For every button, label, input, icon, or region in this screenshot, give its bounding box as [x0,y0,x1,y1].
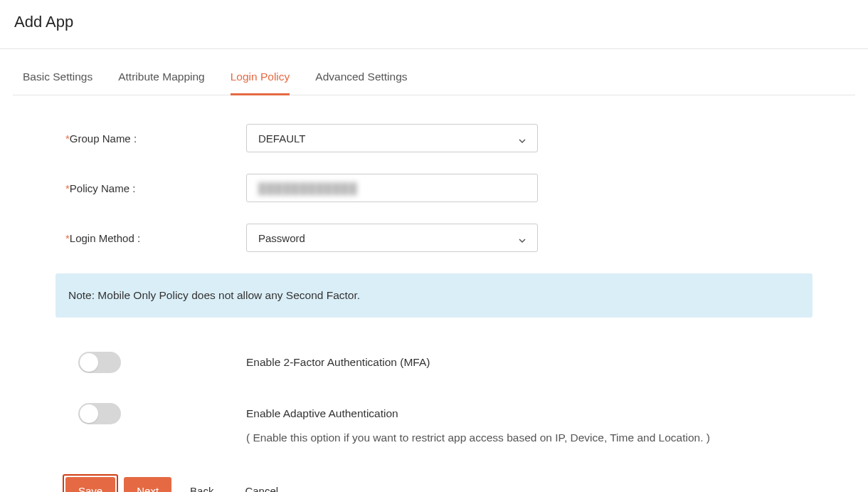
label-adaptive-sub: ( Enable this option if you want to rest… [246,431,813,444]
tab-advanced-settings[interactable]: Advanced Settings [315,62,407,95]
button-row: Save Next Back Cancel [55,474,813,492]
label-group-name: *Group Name : [55,132,246,145]
back-button[interactable]: Back [177,477,226,492]
note-box: Note: Mobile Only Policy does not allow … [55,273,813,318]
tab-basic-settings[interactable]: Basic Settings [23,62,92,95]
label-login-method: *Login Method : [55,232,246,244]
save-button[interactable]: Save [65,477,115,492]
page-header: Add App [0,0,868,49]
cancel-button[interactable]: Cancel [232,477,291,492]
content-area: *Group Name : DEFAULT *Policy Name : ███… [13,95,855,492]
row-mfa: Enable 2-Factor Authentication (MFA) [55,352,813,373]
toggle-knob [80,353,98,372]
input-policy-name[interactable]: ████████████ [246,174,538,202]
row-adaptive: Enable Adaptive Authentication ( Enable … [55,403,813,444]
toggle-knob [80,404,98,423]
save-highlight: Save [63,474,118,492]
chevron-down-icon [519,135,526,142]
page-title: Add App [14,13,854,31]
input-policy-name-value: ████████████ [258,182,358,194]
row-group-name: *Group Name : DEFAULT [55,124,813,152]
tab-attribute-mapping[interactable]: Attribute Mapping [118,62,205,95]
select-login-method-value: Password [258,232,305,244]
row-policy-name: *Policy Name : ████████████ [55,174,813,202]
next-button[interactable]: Next [124,477,171,492]
label-policy-name: *Policy Name : [55,182,246,194]
select-group-name[interactable]: DEFAULT [246,124,538,152]
toggle-mfa[interactable] [78,352,121,373]
tabs: Basic Settings Attribute Mapping Login P… [13,62,855,95]
label-adaptive: Enable Adaptive Authentication [246,407,813,420]
select-group-name-value: DEFAULT [258,132,305,145]
tab-login-policy[interactable]: Login Policy [231,62,290,95]
row-login-method: *Login Method : Password [55,224,813,252]
chevron-down-icon [519,234,526,241]
select-login-method[interactable]: Password [246,224,538,252]
toggle-adaptive[interactable] [78,403,121,424]
label-mfa: Enable 2-Factor Authentication (MFA) [246,356,813,369]
